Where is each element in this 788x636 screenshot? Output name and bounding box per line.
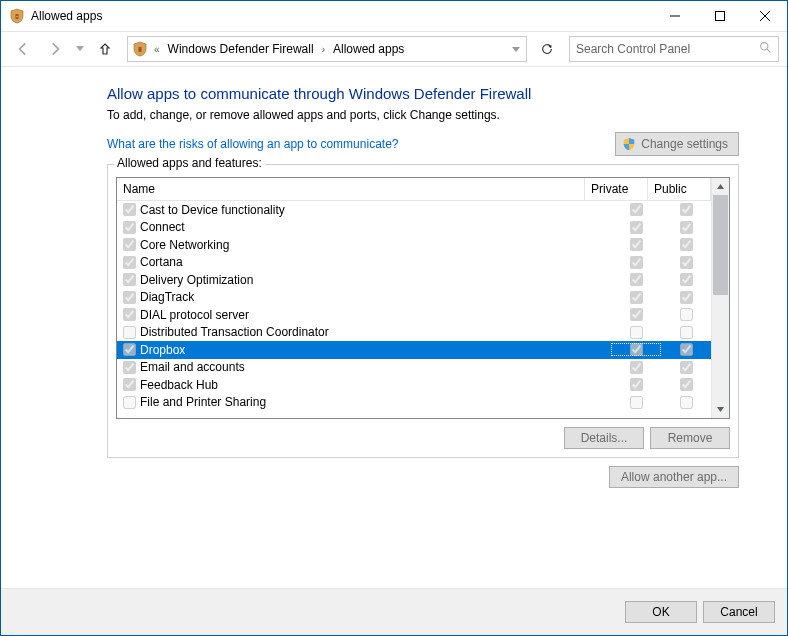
public-checkbox[interactable]	[680, 396, 693, 409]
page-subtitle: To add, change, or remove allowed apps a…	[107, 108, 739, 122]
private-checkbox[interactable]	[630, 238, 643, 251]
table-row[interactable]: Cast to Device functionality	[117, 201, 711, 219]
column-public[interactable]: Public	[648, 178, 711, 200]
refresh-button[interactable]	[533, 35, 561, 63]
breadcrumb-item[interactable]: Allowed apps	[331, 42, 406, 56]
public-checkbox[interactable]	[680, 221, 693, 234]
app-name-label: Distributed Transaction Coordinator	[140, 325, 329, 339]
private-checkbox[interactable]	[630, 343, 643, 356]
allow-another-app-button[interactable]: Allow another app...	[609, 466, 739, 488]
column-name[interactable]: Name	[117, 178, 585, 200]
private-checkbox[interactable]	[630, 221, 643, 234]
private-checkbox[interactable]	[630, 256, 643, 269]
private-checkbox[interactable]	[630, 361, 643, 374]
breadcrumb-item[interactable]: Windows Defender Firewall	[166, 42, 316, 56]
list-body[interactable]: Cast to Device functionalityConnectCore …	[117, 201, 711, 418]
svg-marker-12	[717, 184, 724, 189]
up-button[interactable]	[91, 35, 119, 63]
scroll-thumb[interactable]	[713, 195, 728, 295]
dialog-footer: OK Cancel	[1, 588, 787, 635]
table-row[interactable]: Delivery Optimization	[117, 271, 711, 289]
public-checkbox[interactable]	[680, 378, 693, 391]
private-checkbox[interactable]	[630, 273, 643, 286]
table-row[interactable]: Connect	[117, 219, 711, 237]
app-enabled-checkbox[interactable]	[123, 326, 136, 339]
svg-point-10	[761, 43, 768, 50]
table-row[interactable]: Dropbox	[117, 341, 711, 359]
address-dropdown[interactable]	[508, 42, 524, 56]
search-placeholder: Search Control Panel	[576, 42, 759, 56]
public-checkbox[interactable]	[680, 326, 693, 339]
cancel-button[interactable]: Cancel	[703, 601, 775, 623]
ok-button[interactable]: OK	[625, 601, 697, 623]
app-enabled-checkbox[interactable]	[123, 273, 136, 286]
forward-button[interactable]	[41, 35, 69, 63]
firewall-icon	[132, 41, 148, 57]
table-row[interactable]: Cortana	[117, 254, 711, 272]
svg-rect-7	[139, 47, 142, 52]
app-enabled-checkbox[interactable]	[123, 378, 136, 391]
table-row[interactable]: Feedback Hub	[117, 376, 711, 394]
app-enabled-checkbox[interactable]	[123, 238, 136, 251]
public-checkbox[interactable]	[680, 343, 693, 356]
app-name-label: Connect	[140, 220, 185, 234]
table-row[interactable]: Core Networking	[117, 236, 711, 254]
nav-toolbar: « Windows Defender Firewall › Allowed ap…	[1, 32, 787, 67]
public-checkbox[interactable]	[680, 308, 693, 321]
recent-dropdown[interactable]	[73, 35, 87, 63]
search-input[interactable]: Search Control Panel	[569, 36, 779, 62]
svg-marker-8	[512, 47, 520, 52]
table-row[interactable]: File and Printer Sharing	[117, 394, 711, 412]
public-checkbox[interactable]	[680, 273, 693, 286]
scroll-up-button[interactable]	[712, 178, 729, 195]
scrollbar[interactable]	[711, 178, 729, 418]
table-row[interactable]: DiagTrack	[117, 289, 711, 307]
public-checkbox[interactable]	[680, 361, 693, 374]
change-settings-button[interactable]: Change settings	[615, 132, 739, 156]
app-enabled-checkbox[interactable]	[123, 221, 136, 234]
maximize-button[interactable]	[697, 2, 742, 31]
window-title: Allowed apps	[31, 9, 102, 23]
app-name-label: Email and accounts	[140, 360, 245, 374]
change-settings-label: Change settings	[641, 137, 728, 151]
address-bar[interactable]: « Windows Defender Firewall › Allowed ap…	[127, 36, 527, 62]
search-icon	[759, 41, 772, 57]
page-title: Allow apps to communicate through Window…	[107, 85, 739, 102]
close-button[interactable]	[742, 2, 787, 31]
app-name-label: DiagTrack	[140, 290, 194, 304]
table-row[interactable]: Distributed Transaction Coordinator	[117, 324, 711, 342]
app-enabled-checkbox[interactable]	[123, 396, 136, 409]
table-row[interactable]: Email and accounts	[117, 359, 711, 377]
app-name-label: Cortana	[140, 255, 183, 269]
app-name-label: DIAL protocol server	[140, 308, 249, 322]
back-button[interactable]	[9, 35, 37, 63]
private-checkbox[interactable]	[630, 326, 643, 339]
svg-marker-6	[76, 46, 84, 51]
private-checkbox[interactable]	[630, 203, 643, 216]
chevron-right-icon[interactable]: ›	[320, 44, 327, 55]
column-private[interactable]: Private	[585, 178, 648, 200]
private-checkbox[interactable]	[630, 308, 643, 321]
public-checkbox[interactable]	[680, 238, 693, 251]
private-checkbox[interactable]	[630, 396, 643, 409]
remove-button[interactable]: Remove	[650, 427, 730, 449]
app-enabled-checkbox[interactable]	[123, 343, 136, 356]
list-header: Name Private Public	[117, 178, 711, 201]
app-enabled-checkbox[interactable]	[123, 361, 136, 374]
public-checkbox[interactable]	[680, 291, 693, 304]
public-checkbox[interactable]	[680, 256, 693, 269]
app-enabled-checkbox[interactable]	[123, 291, 136, 304]
scroll-track[interactable]	[712, 195, 729, 401]
app-enabled-checkbox[interactable]	[123, 256, 136, 269]
public-checkbox[interactable]	[680, 203, 693, 216]
minimize-button[interactable]	[652, 2, 697, 31]
private-checkbox[interactable]	[630, 378, 643, 391]
details-button[interactable]: Details...	[564, 427, 644, 449]
scroll-down-button[interactable]	[712, 401, 729, 418]
app-enabled-checkbox[interactable]	[123, 308, 136, 321]
svg-rect-3	[715, 12, 724, 21]
app-enabled-checkbox[interactable]	[123, 203, 136, 216]
table-row[interactable]: DIAL protocol server	[117, 306, 711, 324]
risks-link[interactable]: What are the risks of allowing an app to…	[107, 137, 398, 151]
private-checkbox[interactable]	[630, 291, 643, 304]
